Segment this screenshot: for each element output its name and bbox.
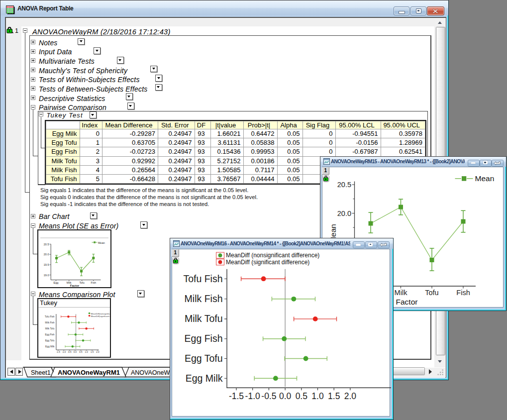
- svg-text:Egg Milk: Egg Milk: [186, 372, 223, 383]
- svg-text:Egg: Egg: [53, 281, 58, 284]
- svg-text:Fish: Fish: [456, 289, 470, 297]
- svg-text:MeanDiff (nonsignificant diffe: MeanDiff (nonsignificant difference): [226, 252, 319, 259]
- svg-text:-0.5: -0.5: [67, 351, 71, 353]
- svg-text:1.0: 1.0: [311, 391, 324, 401]
- svg-text:Tukey: Tukey: [40, 299, 57, 307]
- svg-text:Egg Fish: Egg Fish: [185, 333, 223, 344]
- svg-text:Milk Tofu: Milk Tofu: [185, 313, 223, 324]
- svg-text:-1.0: -1.0: [245, 391, 260, 401]
- svg-text:Fish: Fish: [91, 281, 96, 284]
- svg-text:Tofu: Tofu: [79, 281, 84, 284]
- svg-text:-1.5: -1.5: [56, 351, 60, 353]
- svg-text:-1.5: -1.5: [229, 391, 244, 401]
- svg-text:Mean: Mean: [98, 241, 105, 244]
- svg-text:Sheet1: Sheet1: [31, 369, 51, 376]
- svg-text:Tofu: Tofu: [425, 289, 438, 297]
- svg-text:ANOVAOneWayRM1: ANOVAOneWayRM1: [58, 369, 120, 376]
- svg-text:Tofu Fish: Tofu Fish: [45, 315, 55, 318]
- svg-text:2.0: 2.0: [344, 391, 357, 401]
- svg-text:1.5: 1.5: [90, 351, 94, 353]
- svg-text:19.5: 19.5: [43, 263, 49, 266]
- svg-text:Milk Tofu: Milk Tofu: [45, 327, 54, 330]
- svg-text:1.0: 1.0: [85, 351, 88, 353]
- svg-text:0.0: 0.0: [279, 391, 292, 401]
- svg-text:0.0: 0.0: [73, 351, 77, 353]
- svg-text:Mean: Mean: [475, 174, 495, 183]
- svg-text:Egg Fish: Egg Fish: [45, 333, 54, 336]
- svg-text:-0.5: -0.5: [261, 391, 276, 401]
- svg-text:Milk Fish: Milk Fish: [185, 293, 223, 304]
- svg-text:MeanDiff(significant diff: MeanDiff(significant diff: [91, 315, 111, 317]
- svg-text:20.0: 20.0: [337, 209, 351, 217]
- svg-text:1.5: 1.5: [328, 391, 340, 401]
- svg-text:Egg Milk: Egg Milk: [45, 345, 55, 348]
- svg-text:Egg Tofu: Egg Tofu: [45, 339, 54, 342]
- svg-text:20.0: 20.0: [43, 253, 49, 256]
- svg-text:20.5: 20.5: [43, 242, 49, 245]
- svg-text:-1.0: -1.0: [62, 351, 66, 353]
- svg-text:2.0: 2.0: [96, 351, 100, 353]
- svg-text:Egg Tofu: Egg Tofu: [185, 353, 223, 364]
- svg-text:Milk Fish: Milk Fish: [45, 321, 54, 324]
- svg-text:Factor: Factor: [396, 298, 418, 306]
- svg-text:Tofu Fish: Tofu Fish: [183, 273, 222, 284]
- svg-text:0.5: 0.5: [79, 351, 83, 353]
- svg-text:Milk: Milk: [395, 289, 408, 297]
- svg-text:19.0: 19.0: [43, 273, 49, 276]
- svg-text:MeanDiff (significant differen: MeanDiff (significant difference): [226, 259, 309, 266]
- svg-text:20.5: 20.5: [337, 181, 351, 189]
- svg-text:0.5: 0.5: [296, 391, 307, 401]
- svg-text:Factor: Factor: [70, 284, 79, 287]
